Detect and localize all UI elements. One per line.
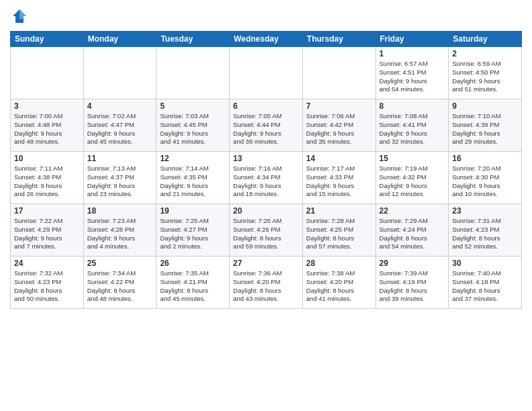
day-number: 21 xyxy=(306,206,372,216)
calendar-cell xyxy=(230,47,303,99)
calendar-cell: 16Sunrise: 7:20 AM Sunset: 4:30 PM Dayli… xyxy=(449,152,522,204)
day-of-week-header: Sunday xyxy=(11,32,84,47)
calendar-cell: 13Sunrise: 7:16 AM Sunset: 4:34 PM Dayli… xyxy=(230,152,303,204)
day-info: Sunrise: 7:23 AM Sunset: 4:28 PM Dayligh… xyxy=(87,217,153,251)
calendar-cell: 28Sunrise: 7:38 AM Sunset: 4:20 PM Dayli… xyxy=(302,257,375,309)
day-info: Sunrise: 7:36 AM Sunset: 4:20 PM Dayligh… xyxy=(233,269,299,304)
day-info: Sunrise: 7:40 AM Sunset: 4:18 PM Dayligh… xyxy=(452,269,518,304)
day-info: Sunrise: 7:29 AM Sunset: 4:24 PM Dayligh… xyxy=(380,217,445,251)
logo-icon xyxy=(10,7,29,26)
calendar-week-row: 10Sunrise: 7:11 AM Sunset: 4:38 PM Dayli… xyxy=(11,152,522,204)
day-of-week-header: Wednesday xyxy=(230,32,303,47)
day-number: 15 xyxy=(380,154,445,163)
day-info: Sunrise: 7:10 AM Sunset: 4:39 PM Dayligh… xyxy=(452,112,518,146)
calendar-cell: 18Sunrise: 7:23 AM Sunset: 4:28 PM Dayli… xyxy=(83,204,157,257)
day-of-week-header: Monday xyxy=(83,32,157,47)
day-info: Sunrise: 7:28 AM Sunset: 4:25 PM Dayligh… xyxy=(306,217,372,251)
calendar-cell: 26Sunrise: 7:35 AM Sunset: 4:21 PM Dayli… xyxy=(157,257,230,309)
day-number: 8 xyxy=(380,101,445,111)
day-info: Sunrise: 7:08 AM Sunset: 4:41 PM Dayligh… xyxy=(380,112,445,146)
day-number: 4 xyxy=(87,101,153,111)
calendar-cell: 15Sunrise: 7:19 AM Sunset: 4:32 PM Dayli… xyxy=(375,152,449,204)
day-info: Sunrise: 7:38 AM Sunset: 4:20 PM Dayligh… xyxy=(306,269,372,304)
calendar-cell: 23Sunrise: 7:31 AM Sunset: 4:23 PM Dayli… xyxy=(449,204,522,257)
calendar-cell: 17Sunrise: 7:22 AM Sunset: 4:29 PM Dayli… xyxy=(11,204,84,257)
calendar-cell: 14Sunrise: 7:17 AM Sunset: 4:33 PM Dayli… xyxy=(302,152,375,204)
day-info: Sunrise: 7:00 AM Sunset: 4:48 PM Dayligh… xyxy=(14,112,80,146)
logo xyxy=(10,7,32,26)
calendar-cell: 21Sunrise: 7:28 AM Sunset: 4:25 PM Dayli… xyxy=(302,204,375,257)
day-info: Sunrise: 7:34 AM Sunset: 4:22 PM Dayligh… xyxy=(87,269,153,304)
day-number: 7 xyxy=(306,101,372,111)
calendar-page: SundayMondayTuesdayWednesdayThursdayFrid… xyxy=(0,0,532,411)
calendar-cell: 5Sunrise: 7:03 AM Sunset: 4:45 PM Daylig… xyxy=(157,99,230,152)
day-number: 6 xyxy=(233,101,299,111)
calendar-cell: 20Sunrise: 7:26 AM Sunset: 4:26 PM Dayli… xyxy=(230,204,303,257)
calendar-cell: 3Sunrise: 7:00 AM Sunset: 4:48 PM Daylig… xyxy=(11,99,84,152)
calendar-week-row: 1Sunrise: 6:57 AM Sunset: 4:51 PM Daylig… xyxy=(11,47,522,99)
day-number: 20 xyxy=(233,206,299,216)
calendar-cell xyxy=(302,47,375,99)
calendar-cell: 25Sunrise: 7:34 AM Sunset: 4:22 PM Dayli… xyxy=(83,257,157,309)
day-info: Sunrise: 7:06 AM Sunset: 4:42 PM Dayligh… xyxy=(306,112,372,146)
day-number: 11 xyxy=(87,154,153,163)
day-number: 24 xyxy=(14,259,80,268)
day-number: 10 xyxy=(14,154,80,163)
day-info: Sunrise: 7:31 AM Sunset: 4:23 PM Dayligh… xyxy=(452,217,518,251)
svg-marker-1 xyxy=(19,9,26,19)
day-number: 23 xyxy=(452,206,518,216)
calendar-cell: 29Sunrise: 7:39 AM Sunset: 4:19 PM Dayli… xyxy=(375,257,449,309)
day-number: 19 xyxy=(160,206,226,216)
calendar-cell: 12Sunrise: 7:14 AM Sunset: 4:35 PM Dayli… xyxy=(157,152,230,204)
header xyxy=(10,7,522,26)
day-number: 13 xyxy=(233,154,299,163)
day-info: Sunrise: 6:57 AM Sunset: 4:51 PM Dayligh… xyxy=(380,60,445,94)
day-info: Sunrise: 7:16 AM Sunset: 4:34 PM Dayligh… xyxy=(233,165,299,199)
day-info: Sunrise: 7:14 AM Sunset: 4:35 PM Dayligh… xyxy=(160,165,226,199)
day-info: Sunrise: 7:17 AM Sunset: 4:33 PM Dayligh… xyxy=(306,165,372,199)
calendar-cell: 7Sunrise: 7:06 AM Sunset: 4:42 PM Daylig… xyxy=(302,99,375,152)
day-of-week-header: Saturday xyxy=(449,32,522,47)
day-number: 30 xyxy=(452,259,518,268)
calendar-cell: 1Sunrise: 6:57 AM Sunset: 4:51 PM Daylig… xyxy=(375,47,449,99)
day-info: Sunrise: 7:02 AM Sunset: 4:47 PM Dayligh… xyxy=(87,112,153,146)
day-info: Sunrise: 7:26 AM Sunset: 4:26 PM Dayligh… xyxy=(233,217,299,251)
day-number: 2 xyxy=(452,49,518,58)
day-info: Sunrise: 7:25 AM Sunset: 4:27 PM Dayligh… xyxy=(160,217,226,251)
day-info: Sunrise: 7:35 AM Sunset: 4:21 PM Dayligh… xyxy=(160,269,226,304)
calendar-cell: 19Sunrise: 7:25 AM Sunset: 4:27 PM Dayli… xyxy=(157,204,230,257)
calendar-table: SundayMondayTuesdayWednesdayThursdayFrid… xyxy=(10,31,522,309)
calendar-cell: 11Sunrise: 7:13 AM Sunset: 4:37 PM Dayli… xyxy=(83,152,157,204)
day-number: 16 xyxy=(452,154,518,163)
day-number: 14 xyxy=(306,154,372,163)
day-number: 26 xyxy=(160,259,226,268)
day-of-week-header: Thursday xyxy=(302,32,375,47)
day-number: 12 xyxy=(160,154,226,163)
calendar-cell xyxy=(83,47,157,99)
calendar-cell: 27Sunrise: 7:36 AM Sunset: 4:20 PM Dayli… xyxy=(230,257,303,309)
day-info: Sunrise: 6:59 AM Sunset: 4:50 PM Dayligh… xyxy=(452,60,518,94)
day-number: 25 xyxy=(87,259,153,268)
calendar-header-row: SundayMondayTuesdayWednesdayThursdayFrid… xyxy=(11,32,522,47)
day-number: 18 xyxy=(87,206,153,216)
day-number: 28 xyxy=(306,259,372,268)
day-info: Sunrise: 7:11 AM Sunset: 4:38 PM Dayligh… xyxy=(14,165,80,199)
calendar-cell: 4Sunrise: 7:02 AM Sunset: 4:47 PM Daylig… xyxy=(83,99,157,152)
day-number: 5 xyxy=(160,101,226,111)
day-number: 9 xyxy=(452,101,518,111)
day-number: 17 xyxy=(14,206,80,216)
calendar-cell: 6Sunrise: 7:05 AM Sunset: 4:44 PM Daylig… xyxy=(230,99,303,152)
calendar-cell: 2Sunrise: 6:59 AM Sunset: 4:50 PM Daylig… xyxy=(449,47,522,99)
calendar-cell xyxy=(11,47,84,99)
calendar-cell: 24Sunrise: 7:32 AM Sunset: 4:23 PM Dayli… xyxy=(11,257,84,309)
day-info: Sunrise: 7:13 AM Sunset: 4:37 PM Dayligh… xyxy=(87,165,153,199)
day-number: 22 xyxy=(380,206,445,216)
calendar-week-row: 3Sunrise: 7:00 AM Sunset: 4:48 PM Daylig… xyxy=(11,99,522,152)
calendar-cell: 8Sunrise: 7:08 AM Sunset: 4:41 PM Daylig… xyxy=(375,99,449,152)
day-info: Sunrise: 7:19 AM Sunset: 4:32 PM Dayligh… xyxy=(380,165,445,199)
day-info: Sunrise: 7:03 AM Sunset: 4:45 PM Dayligh… xyxy=(160,112,226,146)
day-number: 27 xyxy=(233,259,299,268)
calendar-week-row: 17Sunrise: 7:22 AM Sunset: 4:29 PM Dayli… xyxy=(11,204,522,257)
day-of-week-header: Friday xyxy=(375,32,449,47)
day-info: Sunrise: 7:32 AM Sunset: 4:23 PM Dayligh… xyxy=(14,269,80,304)
